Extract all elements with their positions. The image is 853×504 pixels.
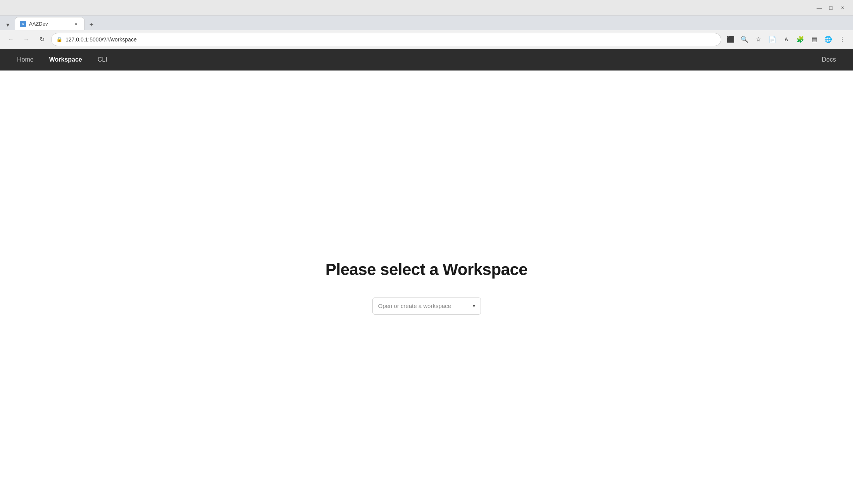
- translate-icon: A: [784, 36, 788, 42]
- close-button[interactable]: ×: [838, 3, 847, 12]
- window-controls: — □ ×: [815, 3, 847, 12]
- chevron-down-icon: ▾: [473, 303, 475, 309]
- profile-icon: 🌐: [824, 36, 832, 43]
- reload-icon: ↻: [40, 36, 45, 43]
- zoom-button[interactable]: 🔍: [738, 33, 751, 46]
- bookmark-button[interactable]: ☆: [752, 33, 765, 46]
- forward-icon: →: [23, 36, 29, 43]
- workspace-dropdown-placeholder: Open or create a workspace: [378, 303, 470, 309]
- reader-button[interactable]: 📄: [766, 33, 779, 46]
- extensions-button[interactable]: 🧩: [794, 33, 806, 46]
- toolbar-icons: ⬛ 🔍 ☆ 📄 A 🧩 ▤ 🌐 ⋮: [724, 33, 848, 46]
- address-bar: ← → ↻ 🔒 ⬛ 🔍 ☆ 📄 A: [0, 30, 853, 49]
- app-main: Please select a Workspace Open or create…: [0, 71, 853, 504]
- forward-button[interactable]: →: [20, 33, 33, 46]
- browser-window: — □ × ▼ A AAZDev × + ← → ↻: [0, 0, 853, 504]
- profile-button[interactable]: 🌐: [822, 33, 834, 46]
- nav-workspace[interactable]: Workspace: [41, 53, 90, 66]
- minimize-button[interactable]: —: [815, 3, 824, 12]
- app-nav: Home Workspace CLI Docs: [0, 49, 853, 71]
- star-icon: ☆: [756, 36, 761, 43]
- tab-title: AAZDev: [29, 21, 69, 27]
- workspace-dropdown[interactable]: Open or create a workspace ▾: [372, 298, 481, 315]
- active-tab[interactable]: A AAZDev ×: [15, 17, 84, 30]
- tab-bar: ▼ A AAZDev × +: [0, 15, 853, 30]
- back-button[interactable]: ←: [5, 33, 17, 46]
- page-heading: Please select a Workspace: [326, 260, 527, 279]
- chevron-down-icon: ▼: [5, 22, 10, 28]
- tab-favicon: A: [20, 21, 26, 27]
- url-input[interactable]: [65, 36, 716, 43]
- url-bar[interactable]: 🔒: [51, 33, 721, 46]
- zoom-icon: 🔍: [741, 36, 748, 43]
- menu-button[interactable]: ⋮: [836, 33, 848, 46]
- tab-scroll-button[interactable]: ▼: [2, 19, 13, 30]
- app-window: Home Workspace CLI Docs Please select a …: [0, 49, 853, 504]
- nav-cli[interactable]: CLI: [90, 53, 115, 66]
- more-icon: ⋮: [839, 36, 845, 43]
- lock-icon: 🔒: [56, 36, 62, 42]
- title-bar: — □ ×: [0, 0, 853, 15]
- nav-home[interactable]: Home: [9, 53, 41, 66]
- screenshot-button[interactable]: ⬛: [724, 33, 737, 46]
- screenshot-icon: ⬛: [727, 36, 734, 43]
- nav-docs[interactable]: Docs: [814, 53, 844, 66]
- new-tab-button[interactable]: +: [86, 19, 97, 30]
- reload-button[interactable]: ↻: [36, 33, 48, 46]
- sidebar-button[interactable]: ▤: [808, 33, 820, 46]
- maximize-button[interactable]: □: [827, 3, 835, 12]
- tab-close-button[interactable]: ×: [72, 21, 79, 28]
- back-icon: ←: [8, 36, 14, 43]
- tab-list: A AAZDev × +: [15, 15, 97, 30]
- extensions-icon: 🧩: [796, 36, 804, 43]
- sidebar-icon: ▤: [812, 36, 817, 43]
- reader-icon: 📄: [769, 36, 776, 43]
- translate-button[interactable]: A: [780, 33, 793, 46]
